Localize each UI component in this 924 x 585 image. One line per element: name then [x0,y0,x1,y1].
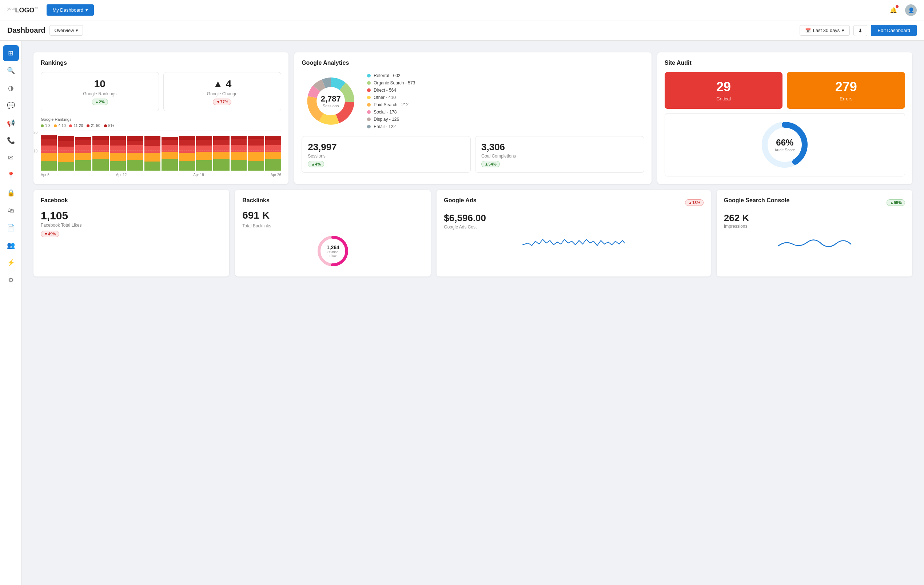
chevron-down-icon: ▾ [76,28,78,33]
citation-donut: 1,264 Citation Flow [315,233,351,269]
sidebar-item-users[interactable]: 👥 [3,237,19,253]
page-header: Dashboard Overview ▾ 📅 Last 30 days ▾ ⬇ … [0,20,924,41]
dashboard: Rankings 10 Google Rankings ▲2% ▲ 4 Goog… [28,46,918,282]
facebook-likes-value: 1,105 [41,210,222,222]
google-rankings-value: 10 [47,78,153,90]
score-label: Audit Score [774,148,795,152]
chart-title: Google Rankings [41,117,281,122]
logo-your: your [7,6,15,10]
facebook-badge: ▼49% [41,231,59,237]
google-change-stat: ▲ 4 Google Change ▼77% [163,72,282,111]
page-header-right: 📅 Last 30 days ▾ ⬇ Edit Dashboard [800,25,917,36]
backlinks-total-value: 691 K [242,210,424,221]
gsc-title: Google Search Console [724,197,789,204]
gsc-wave [724,233,905,251]
nav-icons: 🔔 👤 [888,4,917,16]
backlinks-card: Backlinks 691 K Total Backlinks 1,264 [235,190,431,276]
errors-value: 279 [794,79,898,94]
gsc-card: Google Search Console ▲95% 262 K Impress… [717,190,912,276]
gsc-impressions-label: Impressions [724,224,905,229]
google-ads-cost-value: $6,596.00 [444,212,703,224]
google-ads-card: Google Ads ▲13% $6,596.00 Google Ads Cos… [437,190,711,276]
sidebar-item-integrations[interactable]: ⚡ [3,254,19,271]
sidebar-item-messages[interactable]: 💬 [3,98,19,114]
bar-labels: Apr 5 Apr 12 Apr 19 Apr 26 [41,173,281,177]
google-ads-badge: ▲13% [685,199,703,206]
notification-icon[interactable]: 🔔 [888,4,899,16]
sidebar-item-settings[interactable]: ⚙ [3,272,19,288]
notification-badge [896,5,899,8]
edit-dashboard-button[interactable]: Edit Dashboard [871,25,917,36]
citation-flow-value: 1,264 [324,245,342,250]
critical-box: 29 Critical [665,72,783,109]
legend-51-plus: 51+ [104,124,115,128]
chevron-down-icon: ▾ [842,28,844,33]
top-row: Rankings 10 Google Rankings ▲2% ▲ 4 Goog… [33,52,912,184]
sidebar-item-analytics[interactable]: ◑ [3,80,19,96]
my-dashboard-button[interactable]: My Dashboard ▾ [46,4,94,16]
chevron-down-icon: ▾ [86,7,88,13]
rankings-title: Rankings [41,59,281,66]
google-change-value: ▲ 4 [170,78,276,90]
legend-21-50: 21-50 [87,124,101,128]
audit-title: Site Audit [665,59,905,66]
citation-flow-label: Citation Flow [324,250,342,258]
sidebar: ⊞ 🔍 ◑ 💬 📢 📞 ✉ 📍 🔒 🛍 📄 👥 ⚡ ⚙ [0,41,22,585]
site-audit-card: Site Audit 29 Critical 279 Errors [657,52,912,184]
bottom-row: Facebook 1,105 Facebook Total Likes ▼49%… [33,190,912,276]
sidebar-item-campaigns[interactable]: 📢 [3,115,19,131]
legend-referral: Referral - 602 [367,73,644,78]
sidebar-item-store[interactable]: 🛍 [3,202,19,218]
analytics-inner: 2,787 Sessions Referral - 602 Organic Se… [302,72,644,130]
my-dashboard-label: My Dashboard [53,7,83,13]
sidebar-item-search[interactable]: 🔍 [3,63,19,79]
overview-button[interactable]: Overview ▾ [50,25,82,36]
sidebar-item-calls[interactable]: 📞 [3,132,19,149]
sidebar-item-reports[interactable]: 📄 [3,220,19,236]
date-range-button[interactable]: 📅 Last 30 days ▾ [800,25,850,36]
sessions-stat-value: 23,997 [308,142,465,153]
facebook-card: Facebook 1,105 Facebook Total Likes ▼49% [33,190,229,276]
legend-organic: Organic Search - 573 [367,80,644,86]
analytics-title: Google Analytics [302,59,644,66]
sessions-total: 2,787 [321,94,341,104]
google-rankings-label: Google Rankings [47,91,153,96]
sidebar-item-security[interactable]: 🔒 [3,185,19,201]
avatar[interactable]: 👤 [905,4,917,16]
google-rankings-badge: ▲2% [92,99,108,105]
analytics-donut: 2,787 Sessions [302,72,360,130]
sidebar-item-dashboard[interactable]: ⊞ [3,45,19,61]
goal-badge: ▲54% [481,161,500,167]
sidebar-item-location[interactable]: 📍 [3,167,19,183]
backlinks-total-label: Total Backlinks [242,223,424,228]
google-ads-title: Google Ads [444,197,476,204]
critical-label: Critical [672,96,776,101]
legend-11-20: 11-20 [69,124,83,128]
gsc-badge: ▲95% [886,199,905,206]
google-change-badge: ▼77% [213,99,231,105]
download-button[interactable]: ⬇ [853,25,867,36]
goal-completions-value: 3,306 [481,142,638,153]
rankings-chart-section: Google Rankings 1-3 4-10 11-20 21-50 51+… [41,117,281,177]
errors-label: Errors [794,96,898,101]
facebook-title: Facebook [41,197,222,204]
analytics-bottom: 23,997 Sessions ▲4% 3,306 Goal Completio… [302,136,644,173]
date-range-label: Last 30 days [813,28,840,33]
top-nav: yourLOGO™ My Dashboard ▾ 🔔 👤 [0,0,924,20]
legend-direct: Direct - 564 [367,88,644,93]
legend-social: Social - 178 [367,109,644,115]
legend-4-10: 4-10 [54,124,66,128]
errors-box: 279 Errors [787,72,905,109]
google-ads-cost-label: Google Ads Cost [444,225,703,230]
critical-value: 29 [672,79,776,94]
citation-center: 1,264 Citation Flow [324,245,342,258]
content-area: Rankings 10 Google Rankings ▲2% ▲ 4 Goog… [22,41,924,585]
logo-tm: ™ [34,7,38,10]
chart-legend: 1-3 4-10 11-20 21-50 51+ [41,124,281,128]
goal-completions-box: 3,306 Goal Completions ▲54% [475,136,644,173]
score-donut-container: 66% Audit Score [759,119,810,170]
google-rankings-stat: 10 Google Rankings ▲2% [41,72,159,111]
sidebar-item-email[interactable]: ✉ [3,150,19,166]
sessions-stat-label: Sessions [308,154,465,159]
goal-completions-label: Goal Completions [481,154,638,159]
